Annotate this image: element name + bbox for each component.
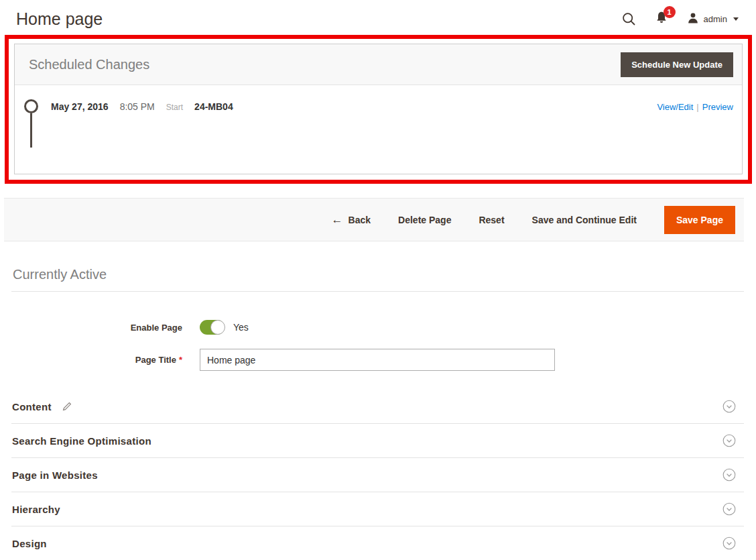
save-and-continue-button[interactable]: Save and Continue Edit: [532, 215, 637, 225]
accordion-sections: Content Search Engine Optimisation Page …: [11, 390, 744, 560]
schedule-name: 24-MB04: [194, 101, 233, 112]
back-button[interactable]: ← Back: [332, 213, 371, 227]
page-title-row: Page Title*: [11, 349, 744, 371]
delete-page-button[interactable]: Delete Page: [398, 215, 451, 225]
chevron-down-icon[interactable]: [722, 537, 736, 550]
section-label: Hierarchy: [12, 504, 60, 515]
caret-down-icon: [733, 17, 739, 21]
scheduled-changes-body: May 27, 2016 8:05 PM Start 24-MB04 View/…: [15, 85, 742, 174]
enable-page-row: Enable Page Yes: [11, 320, 744, 335]
reset-button[interactable]: Reset: [479, 215, 504, 225]
admin-username: admin: [704, 14, 727, 24]
section-label: Page in Websites: [12, 469, 98, 481]
notifications-button[interactable]: 1: [655, 11, 668, 27]
enable-page-toggle[interactable]: [200, 320, 225, 335]
chevron-down-icon[interactable]: [722, 502, 736, 516]
scheduled-changes-header: Scheduled Changes Schedule New Update: [15, 44, 742, 85]
edit-pencil-icon[interactable]: [62, 401, 72, 412]
page-title-input[interactable]: [200, 349, 555, 371]
timeline-marker-icon: [24, 99, 38, 148]
enable-page-label: Enable Page: [11, 323, 200, 333]
enable-page-value: Yes: [233, 322, 249, 333]
user-icon: [687, 12, 699, 26]
section-design[interactable]: Design: [11, 526, 744, 560]
annotation-highlight: Scheduled Changes Schedule New Update Ma…: [5, 35, 752, 184]
timeline-circle: [24, 99, 38, 113]
section-search-engine-optimisation[interactable]: Search Engine Optimisation: [11, 424, 744, 458]
section-label: Design: [12, 538, 47, 549]
section-label: Search Engine Optimisation: [12, 435, 151, 447]
section-page-in-websites[interactable]: Page in Websites: [11, 458, 744, 492]
schedule-date: May 27, 2016: [51, 101, 109, 112]
required-asterisk: *: [179, 355, 182, 365]
schedule-type: Start: [166, 103, 183, 112]
page-content: Currently Active Enable Page Yes Page Ti…: [11, 267, 744, 560]
page-actions-toolbar: ← Back Delete Page Reset Save and Contin…: [4, 198, 744, 241]
schedule-new-update-button[interactable]: Schedule New Update: [621, 52, 733, 77]
view-edit-link[interactable]: View/Edit: [657, 102, 693, 112]
back-button-label: Back: [349, 215, 371, 225]
page-title: Home page: [16, 9, 103, 29]
save-page-button[interactable]: Save Page: [664, 206, 735, 234]
search-icon[interactable]: [622, 12, 636, 26]
notification-badge: 1: [664, 6, 676, 18]
chevron-down-icon[interactable]: [722, 468, 736, 482]
link-separator: |: [696, 102, 698, 112]
page-header: Home page 1 admin: [0, 0, 756, 34]
schedule-entry-links: View/Edit|Preview: [657, 99, 733, 112]
divider: [11, 291, 744, 292]
timeline-stem: [30, 113, 32, 148]
scheduled-changes-title: Scheduled Changes: [29, 57, 149, 72]
section-content[interactable]: Content: [11, 390, 744, 424]
back-arrow-icon: ←: [332, 213, 343, 227]
section-hierarchy[interactable]: Hierarchy: [11, 492, 744, 526]
admin-user-menu[interactable]: admin: [687, 12, 739, 26]
schedule-entry: May 27, 2016 8:05 PM Start 24-MB04: [51, 99, 657, 112]
currently-active-title: Currently Active: [13, 267, 744, 282]
schedule-time: 8:05 PM: [120, 101, 155, 112]
chevron-down-icon[interactable]: [722, 400, 736, 413]
scheduled-changes-panel: Scheduled Changes Schedule New Update Ma…: [14, 44, 743, 174]
toggle-knob: [210, 320, 225, 335]
header-actions: 1 admin: [622, 11, 739, 27]
preview-link[interactable]: Preview: [702, 102, 733, 112]
section-label: Content: [12, 401, 52, 412]
page-title-label: Page Title*: [11, 355, 200, 365]
chevron-down-icon[interactable]: [722, 434, 736, 447]
